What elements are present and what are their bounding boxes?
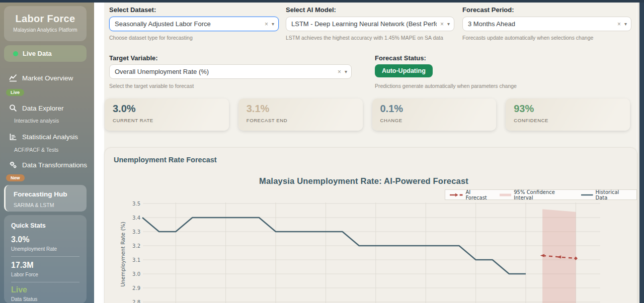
metric-cards: 3.0% CURRENT RATE 3.1% FORECAST END 0.1%…: [105, 98, 630, 131]
svg-text:2.9: 2.9: [132, 285, 140, 291]
sidebar-item-subtitle: SARIMA & LSTM: [14, 202, 87, 208]
period-select[interactable]: 3 Months Ahead × ▾: [462, 17, 631, 31]
period-label: Forecast Period:: [462, 6, 514, 14]
quick-stat-label: Data Status: [11, 296, 87, 302]
metric-label: FORECAST END: [247, 118, 363, 123]
svg-text:3.4: 3.4: [132, 215, 140, 221]
svg-text:3.1: 3.1: [132, 257, 140, 263]
metric-value: 0.1%: [380, 103, 497, 115]
metric-card-confidence: 93% CONFIDENCE: [506, 98, 630, 131]
quick-stat-value: 17.3M: [11, 261, 87, 270]
dataset-label: Select Dataset:: [109, 6, 156, 14]
sidebar-item-label: Data Transformations: [22, 161, 87, 169]
scrollbar-track[interactable]: [637, 0, 644, 303]
quick-stat-value: 3.0%: [11, 235, 87, 244]
forecasting-dashboard: Labor Force Malaysian Analytics Platform…: [0, 0, 644, 303]
quick-stat-label: Labor Force: [11, 272, 87, 277]
sidebar-item-statistical-analysis[interactable]: Statistical Analysis: [9, 133, 78, 141]
bar-chart-icon: [9, 133, 17, 141]
clear-icon[interactable]: ×: [261, 21, 272, 28]
metric-card-change: 0.1% CHANGE: [372, 98, 497, 131]
metric-label: CHANGE: [380, 118, 497, 123]
target-label: Target Variable:: [109, 54, 158, 62]
sidebar-item-subtitle: Interactive analysis: [14, 118, 59, 124]
status-badge: Auto-Updating: [375, 64, 433, 77]
metric-label: CURRENT RATE: [113, 118, 229, 123]
metric-value: 93%: [514, 103, 630, 115]
period-select-value: 3 Months Ahead: [468, 20, 614, 28]
main-content: Select Dataset: Seasonally Adjusted Labo…: [104, 3, 637, 303]
model-select[interactable]: LSTM - Deep Learning Neural Network (Bes…: [286, 17, 454, 31]
chart-title: Malaysia Unemployment Rate: AI-Powered F…: [105, 176, 623, 186]
dataset-select[interactable]: Seasonally Adjusted Labor Force × ▾: [109, 17, 279, 31]
clear-icon[interactable]: ×: [334, 68, 345, 75]
new-badge: New: [6, 174, 25, 181]
sidebar-item-subtitle: ACF/PACF & Tests: [14, 147, 58, 153]
model-select-value: LSTM - Deep Learning Neural Network (Bes…: [291, 20, 437, 28]
svg-text:2.8: 2.8: [132, 299, 140, 303]
quick-stats-panel: Quick Stats 3.0% Unemployment Rate 17.3M…: [4, 215, 87, 303]
scrollbar-thumb[interactable]: [639, 0, 644, 303]
status-label: Forecast Status:: [375, 54, 426, 62]
model-help: LSTM achieves the highest accuracy with …: [286, 35, 443, 41]
svg-text:Unemployment Rate (%): Unemployment Rate (%): [120, 222, 126, 287]
sidebar-item-data-explorer[interactable]: Data Explorer: [9, 104, 64, 112]
top-accent-bar: [0, 0, 644, 3]
clear-icon[interactable]: ×: [614, 21, 624, 28]
band-swatch-icon: [500, 192, 512, 197]
live-data-label: Live Data: [23, 50, 52, 57]
chevron-down-icon[interactable]: ▾: [624, 21, 627, 27]
quick-stats-title: Quick Stats: [11, 222, 87, 229]
chevron-down-icon[interactable]: ▾: [345, 69, 347, 74]
svg-text:3.0: 3.0: [132, 271, 140, 277]
line-chart-icon: [9, 74, 17, 82]
forecast-line-icon: [450, 192, 463, 197]
status-help: Predictions generate automatically when …: [375, 83, 517, 89]
quick-stat-label: Unemployment Rate: [11, 246, 87, 252]
divider: [11, 256, 79, 257]
chart-card-header: Unemployment Rate Forecast: [114, 156, 217, 164]
chevron-down-icon[interactable]: ▾: [447, 21, 450, 27]
live-data-button[interactable]: Live Data: [4, 45, 87, 62]
gears-icon: [9, 161, 17, 169]
sidebar-header: Labor Force Malaysian Analytics Platform: [4, 6, 87, 41]
svg-text:3.3: 3.3: [132, 229, 140, 235]
chevron-down-icon[interactable]: ▾: [272, 21, 274, 27]
target-help: Select the target variable to forecast: [109, 83, 194, 89]
sidebar-item-label: Market Overview: [22, 74, 73, 82]
sidebar-item-label: Data Explorer: [22, 105, 64, 112]
app-title: Labor Force: [4, 13, 87, 25]
historical-line-icon: [581, 192, 593, 197]
metric-value: 3.1%: [247, 103, 363, 115]
metric-label: CONFIDENCE: [514, 118, 630, 123]
divider: [11, 282, 79, 282]
sidebar-item-market-overview[interactable]: Market Overview: [9, 74, 73, 82]
live-status-dot-icon: [13, 51, 18, 56]
search-icon: [9, 104, 17, 112]
app-subtitle: Malaysian Analytics Platform: [4, 27, 87, 33]
sidebar-item-label: Statistical Analysis: [22, 133, 78, 141]
target-select[interactable]: Overall Unemployment Rate (%) × ▾: [109, 64, 352, 79]
target-select-value: Overall Unemployment Rate (%): [115, 68, 334, 75]
sidebar-item-data-transformations[interactable]: Data Transformations: [9, 161, 87, 169]
live-badge: Live: [6, 89, 24, 96]
sidebar-item-forecasting-hub[interactable]: Forecasting Hub SARIMA & LSTM: [4, 185, 87, 212]
sidebar: Labor Force Malaysian Analytics Platform…: [0, 3, 94, 303]
clear-icon[interactable]: ×: [437, 21, 447, 28]
svg-text:3.2: 3.2: [132, 243, 140, 249]
quick-stat-value: Live: [11, 285, 87, 294]
forecast-chart-card: Unemployment Rate Forecast Malaysia Unem…: [104, 147, 637, 303]
dataset-select-value: Seasonally Adjusted Labor Force: [115, 20, 261, 28]
model-label: Select AI Model:: [286, 6, 336, 14]
metric-card-forecast-end: 3.1% FORECAST END: [238, 98, 363, 131]
metric-card-current-rate: 3.0% CURRENT RATE: [105, 98, 229, 131]
svg-text:3.5: 3.5: [132, 201, 140, 207]
dataset-help: Choose dataset type for forecasting: [109, 35, 193, 41]
metric-value: 3.0%: [113, 103, 229, 115]
forecast-chart-plot[interactable]: 3.53.43.33.23.13.02.92.8Unemployment Rat…: [114, 198, 623, 303]
period-help: Forecasts update automatically when sele…: [462, 35, 593, 41]
sidebar-item-label: Forecasting Hub: [14, 190, 87, 198]
